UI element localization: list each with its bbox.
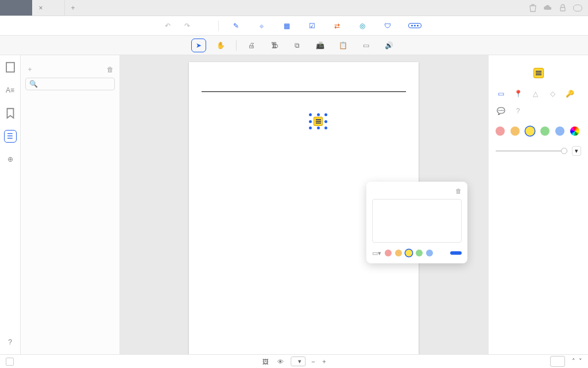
print-icon: 🖨 xyxy=(247,41,256,50)
zoom-out-button[interactable]: − xyxy=(311,358,315,365)
opacity-slider[interactable] xyxy=(496,150,567,152)
read-button[interactable]: 🔊 xyxy=(385,41,397,50)
pen-icon: ✎ xyxy=(231,21,241,30)
color-orange[interactable] xyxy=(395,250,402,256)
annotate-button[interactable]: ✎ xyxy=(231,21,244,30)
image-icon[interactable]: 🖼 xyxy=(261,357,270,366)
add-outline-icon[interactable]: ＋ xyxy=(26,64,33,74)
undo-icon[interactable]: ↶ xyxy=(163,21,172,30)
document-canvas[interactable]: 🗑 ▭▾ xyxy=(119,55,488,354)
color-yellow[interactable] xyxy=(405,250,412,256)
secondary-toolbar: ➤ ✋ 🖨 🗜 ⧉ 📠 📋 ▭ 🔊 xyxy=(0,36,588,55)
view-mode-icon[interactable] xyxy=(6,358,14,366)
outline-search[interactable]: 🔍 xyxy=(25,78,115,90)
comment-popup: 🗑 ▭▾ xyxy=(366,182,467,263)
trash-icon[interactable] xyxy=(528,3,537,13)
color-custom[interactable] xyxy=(570,126,579,136)
merge-icon: ⧉ xyxy=(293,41,302,50)
rail-bookmark[interactable] xyxy=(4,107,17,120)
main-toolbar: ↶ ↷ ✎ ⟐ ▦ ☑ ⇄ ◎ 🛡 xyxy=(0,16,588,36)
ocr-button[interactable]: ◎ xyxy=(358,21,370,30)
left-rail: A≡ ☰ ⊕ ? xyxy=(0,55,21,354)
outline-search-input[interactable] xyxy=(40,80,119,87)
page-up-icon[interactable]: ˄ xyxy=(572,358,575,365)
convert-icon: ⇄ xyxy=(332,21,342,30)
eye-icon[interactable]: 👁 xyxy=(276,357,285,366)
color-red[interactable] xyxy=(496,126,505,136)
style-picker: ▭ 📍 △ ◇ 🔑 💬 ? xyxy=(496,89,581,116)
color-green[interactable] xyxy=(416,250,423,256)
outline-sidebar: ＋ 🗑 🔍 xyxy=(21,55,119,354)
pageedit-button[interactable]: ▦ xyxy=(282,21,295,30)
print-button[interactable]: 🖨 xyxy=(247,41,260,50)
note-style-icon[interactable]: ▭▾ xyxy=(372,248,381,258)
pointer-tool[interactable]: ➤ xyxy=(191,39,206,52)
more-icon xyxy=(408,23,421,28)
style-drop-icon[interactable]: ◇ xyxy=(547,89,558,99)
fax-button[interactable]: 📠 xyxy=(316,41,328,50)
outline-title xyxy=(21,55,119,64)
style-note-icon[interactable]: ▭ xyxy=(496,89,506,99)
style-chat-icon[interactable]: 💬 xyxy=(496,106,506,116)
sticky-note-icon xyxy=(314,117,323,126)
add-tab-button[interactable]: ＋ xyxy=(65,0,81,16)
delete-outline-icon[interactable]: 🗑 xyxy=(107,66,114,74)
convert-button[interactable]: ⇄ xyxy=(332,21,345,30)
sticky-note-annotation[interactable] xyxy=(311,115,326,128)
style-help-icon[interactable]: ? xyxy=(513,106,523,116)
page-down-icon[interactable]: ˅ xyxy=(579,358,582,365)
color-red[interactable] xyxy=(385,250,392,256)
zoom-select[interactable]: ▾ xyxy=(291,356,305,366)
outline-item[interactable] xyxy=(21,104,119,108)
delete-comment-icon[interactable]: 🗑 xyxy=(455,187,462,194)
zoom-in-button[interactable]: ＋ xyxy=(321,357,327,366)
edit-button[interactable]: ⟐ xyxy=(257,21,269,30)
tab-document[interactable]: × xyxy=(32,0,65,16)
color-orange[interactable] xyxy=(510,126,520,136)
color-picker xyxy=(496,126,581,136)
color-blue[interactable] xyxy=(426,250,433,256)
window-controls xyxy=(528,0,588,16)
redo-icon[interactable]: ↷ xyxy=(183,21,192,30)
tab-home[interactable] xyxy=(0,0,32,16)
compress-icon: 🗜 xyxy=(270,41,279,50)
security-button[interactable]: 🛡 xyxy=(383,21,396,30)
color-yellow[interactable] xyxy=(525,126,535,136)
color-green[interactable] xyxy=(540,126,550,136)
more-button[interactable] xyxy=(408,23,425,28)
style-key-icon[interactable]: 🔑 xyxy=(564,89,575,99)
forms-button[interactable]: ☑ xyxy=(307,21,320,30)
rail-attachments[interactable]: ⊕ xyxy=(4,153,17,166)
speaker-icon: 🔊 xyxy=(385,41,394,50)
opacity-value[interactable]: ▾ xyxy=(572,146,581,156)
rail-outline[interactable]: ☰ xyxy=(4,130,17,143)
rail-thumbnails[interactable] xyxy=(4,61,17,74)
shield-icon: 🛡 xyxy=(383,21,392,30)
page-input[interactable] xyxy=(550,356,565,367)
style-pin-icon[interactable]: 📍 xyxy=(513,89,523,99)
present-button[interactable]: ▭ xyxy=(362,41,374,50)
search-icon[interactable] xyxy=(573,5,582,12)
present-icon: ▭ xyxy=(362,41,371,50)
task-button[interactable]: 📋 xyxy=(339,41,351,50)
task-icon: 📋 xyxy=(339,41,348,50)
compress-button[interactable]: 🗜 xyxy=(270,41,283,50)
svg-rect-0 xyxy=(560,7,565,11)
rail-text[interactable]: A≡ xyxy=(4,84,17,97)
sticky-preview-icon xyxy=(533,68,544,78)
merge-button[interactable]: ⧉ xyxy=(293,41,305,50)
pageedit-icon: ▦ xyxy=(282,21,291,30)
save-comment-button[interactable] xyxy=(450,251,462,255)
cloud-icon[interactable] xyxy=(543,3,552,13)
color-blue[interactable] xyxy=(555,126,564,136)
comment-textarea[interactable] xyxy=(372,199,462,243)
tab-strip: × ＋ xyxy=(0,0,588,16)
style-triangle-icon[interactable]: △ xyxy=(530,89,540,99)
hand-tool-icon[interactable]: ✋ xyxy=(216,41,226,50)
lock-icon[interactable] xyxy=(558,3,567,13)
search-icon: 🔍 xyxy=(29,80,38,88)
close-tab-icon[interactable]: × xyxy=(37,4,45,12)
svg-rect-1 xyxy=(6,63,14,72)
right-panel: ▭ 📍 △ ◇ 🔑 💬 ? ▾ xyxy=(488,55,588,354)
rail-help[interactable]: ? xyxy=(4,336,17,348)
